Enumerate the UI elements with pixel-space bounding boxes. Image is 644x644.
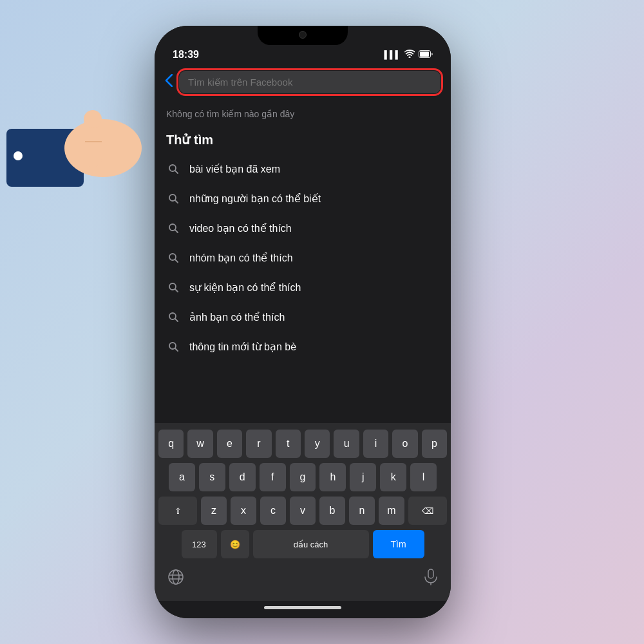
- key-c[interactable]: c: [260, 497, 286, 525]
- list-item[interactable]: video bạn có thể thích: [155, 213, 451, 243]
- microphone-icon[interactable]: [424, 569, 438, 589]
- keyboard-row-1: q w e r t y u i o p: [158, 430, 447, 458]
- list-item[interactable]: những người bạn có thể biết: [155, 184, 451, 213]
- key-b[interactable]: b: [319, 497, 345, 525]
- search-icon: [166, 162, 180, 176]
- key-emoji[interactable]: 😊: [221, 530, 249, 558]
- suggestion-text: nhóm bạn có thể thích: [189, 252, 293, 264]
- key-q[interactable]: q: [158, 430, 184, 458]
- list-item[interactable]: sự kiện bạn có thể thích: [155, 272, 451, 302]
- home-bar: [264, 606, 341, 609]
- list-item[interactable]: ảnh bạn có thể thích: [155, 302, 451, 332]
- svg-line-21: [175, 348, 178, 351]
- svg-point-3: [84, 110, 102, 128]
- key-e[interactable]: e: [217, 430, 242, 458]
- svg-point-1: [64, 119, 142, 177]
- keyboard-row-3: ⇧ z x c v b n m ⌫: [158, 497, 447, 525]
- hand-pointer: [6, 77, 161, 206]
- key-u[interactable]: u: [334, 430, 359, 458]
- suggestion-text: ảnh bạn có thể thích: [189, 311, 285, 323]
- key-t[interactable]: t: [276, 430, 301, 458]
- search-box-wrapper: [179, 71, 440, 93]
- no-recent-label: Không có tìm kiếm nào gần đây: [155, 101, 451, 123]
- key-p[interactable]: p: [422, 430, 447, 458]
- svg-line-11: [175, 200, 178, 203]
- suggestion-text: thông tin mới từ bạn bè: [189, 341, 296, 353]
- battery-icon: [419, 50, 433, 60]
- search-icon: [166, 339, 180, 354]
- svg-line-13: [175, 230, 178, 232]
- search-icon: [166, 191, 180, 205]
- list-item[interactable]: bài viết bạn đã xem: [155, 154, 451, 184]
- keyboard: q w e r t y u i o p a s d f g h j k: [155, 423, 451, 601]
- key-j[interactable]: j: [350, 463, 376, 491]
- search-icon: [166, 221, 180, 235]
- back-button[interactable]: [165, 74, 173, 91]
- wifi-icon: [404, 50, 415, 60]
- key-w[interactable]: w: [187, 430, 213, 458]
- key-g[interactable]: g: [290, 463, 316, 491]
- home-indicator: [155, 601, 451, 618]
- svg-rect-26: [428, 569, 433, 578]
- suggestion-text: sự kiện bạn có thể thích: [189, 281, 301, 294]
- key-d[interactable]: d: [229, 463, 256, 491]
- svg-line-15: [175, 260, 178, 262]
- key-i[interactable]: i: [363, 430, 388, 458]
- status-icons: ▌▌▌: [384, 50, 433, 60]
- phone-device: 18:39 ▌▌▌: [155, 26, 451, 618]
- svg-point-23: [173, 570, 179, 584]
- search-area: [155, 64, 451, 101]
- scene: 18:39 ▌▌▌: [0, 0, 644, 644]
- search-icon: [166, 280, 180, 294]
- key-v[interactable]: v: [290, 497, 316, 525]
- svg-point-22: [169, 570, 183, 584]
- key-x[interactable]: x: [231, 497, 256, 525]
- content-area: Không có tìm kiếm nào gần đây Thử tìm bà…: [155, 101, 451, 423]
- list-item[interactable]: nhóm bạn có thể thích: [155, 243, 451, 272]
- language-icon[interactable]: [167, 569, 184, 589]
- keyboard-row-bottom: 123 😊 dấu cách Tìm: [158, 530, 447, 558]
- keyboard-bottom-row: [158, 564, 447, 597]
- search-icon: [166, 251, 180, 265]
- key-123[interactable]: 123: [182, 530, 217, 558]
- key-search[interactable]: Tìm: [373, 530, 424, 558]
- try-section-title: Thử tìm: [155, 123, 451, 154]
- key-s[interactable]: s: [199, 463, 225, 491]
- suggestion-text: video bạn có thể thích: [189, 222, 292, 234]
- status-time: 18:39: [173, 49, 199, 61]
- key-h[interactable]: h: [319, 463, 346, 491]
- notch: [258, 26, 348, 45]
- suggestion-text: những người bạn có thể biết: [189, 193, 321, 205]
- list-item[interactable]: thông tin mới từ bạn bè: [155, 332, 451, 361]
- svg-line-19: [175, 319, 178, 321]
- search-icon: [166, 310, 180, 324]
- key-m[interactable]: m: [379, 497, 404, 525]
- svg-line-9: [175, 171, 178, 173]
- svg-rect-7: [420, 52, 429, 57]
- key-space[interactable]: dấu cách: [253, 530, 369, 558]
- key-l[interactable]: l: [410, 463, 437, 491]
- key-k[interactable]: k: [380, 463, 406, 491]
- search-input[interactable]: [179, 71, 440, 93]
- suggestion-text: bài viết bạn đã xem: [189, 163, 280, 175]
- key-y[interactable]: y: [305, 430, 330, 458]
- key-backspace[interactable]: ⌫: [408, 497, 447, 525]
- key-a[interactable]: a: [169, 463, 195, 491]
- key-f[interactable]: f: [260, 463, 286, 491]
- key-z[interactable]: z: [201, 497, 227, 525]
- key-shift[interactable]: ⇧: [158, 497, 197, 525]
- key-o[interactable]: o: [392, 430, 417, 458]
- key-r[interactable]: r: [246, 430, 271, 458]
- svg-point-5: [14, 151, 23, 160]
- keyboard-row-2: a s d f g h j k l: [158, 463, 447, 491]
- signal-icon: ▌▌▌: [384, 50, 401, 59]
- key-n[interactable]: n: [349, 497, 375, 525]
- svg-line-17: [175, 289, 178, 292]
